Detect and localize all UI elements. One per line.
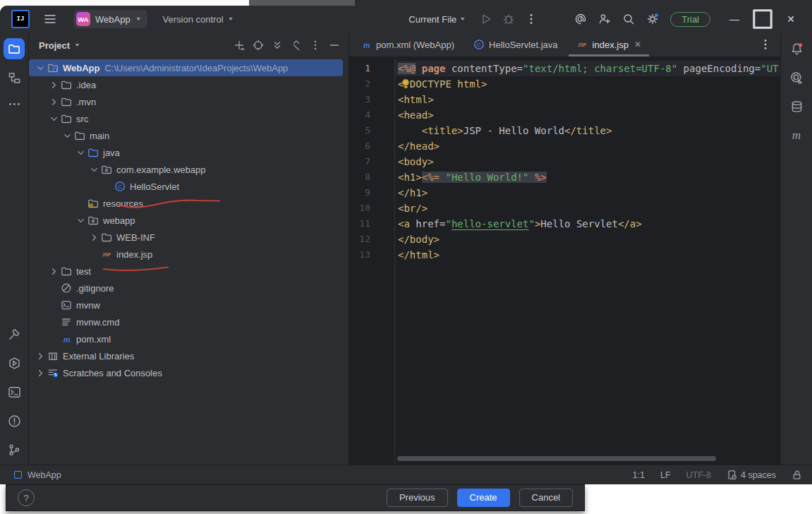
main-menu-icon[interactable] <box>42 11 58 27</box>
code-line-11[interactable]: <a href="hello-servlet">Hello Servlet</a… <box>395 216 780 232</box>
tree-item-src[interactable]: src <box>29 110 349 127</box>
code-line-9[interactable]: </h1> <box>395 185 780 201</box>
services-tool-icon[interactable] <box>6 355 22 371</box>
hide-panel-icon[interactable] <box>327 38 341 52</box>
chevron-down-icon[interactable] <box>48 113 60 124</box>
horizontal-scrollbar[interactable] <box>397 456 716 461</box>
settings-icon[interactable] <box>645 11 660 27</box>
terminal-tool-icon[interactable] <box>6 384 22 400</box>
chevron-right-icon[interactable] <box>35 350 47 361</box>
project-widget[interactable]: WA WebApp ▼ <box>73 10 147 28</box>
run-icon[interactable] <box>478 11 494 27</box>
run-configuration-widget[interactable]: Current File ▼ <box>408 14 466 25</box>
tree-item-web-inf[interactable]: WEB-INF <box>29 229 349 246</box>
code-line-10[interactable]: <br/> <box>395 201 780 216</box>
tree-item-external-libraries[interactable]: External Libraries <box>29 347 349 364</box>
previous-button[interactable]: Previous <box>387 489 448 507</box>
tree-item-webapp[interactable]: WebAppC:\Users\Administrator\IdeaProject… <box>29 59 349 76</box>
tree-item-main[interactable]: main <box>29 127 349 144</box>
expand-all-icon[interactable] <box>270 38 284 52</box>
build-tool-icon[interactable] <box>6 326 22 342</box>
git-tool-icon[interactable] <box>6 442 22 458</box>
tree-item-java[interactable]: java <box>29 144 349 161</box>
code-editor[interactable]: 12345678910111213 <%@ page contentType="… <box>349 57 780 465</box>
status-project-name[interactable]: WebApp <box>28 470 61 480</box>
tab-pom-xml-webapp-[interactable]: mpom.xml (WebApp) <box>351 32 463 56</box>
code-with-me-icon[interactable] <box>597 11 612 27</box>
code-line-7[interactable]: <body> <box>395 154 780 169</box>
folder-icon <box>73 130 85 141</box>
code-line-13[interactable]: </html> <box>395 247 780 263</box>
chevron-down-icon[interactable] <box>88 164 100 175</box>
tree-item--gitignore[interactable]: .gitignore <box>29 280 349 297</box>
tree-item--idea[interactable]: .idea <box>29 76 349 93</box>
code-line-3[interactable]: <html> <box>395 92 780 107</box>
chevron-down-icon[interactable] <box>35 62 47 73</box>
tree-item-pom-xml[interactable]: mpom.xml <box>29 330 349 347</box>
trial-badge[interactable]: Trial <box>670 12 710 27</box>
tab-index-jsp[interactable]: JSPindex.jsp✕ <box>567 32 650 56</box>
new-item-icon[interactable] <box>232 38 246 52</box>
create-button[interactable]: Create <box>457 489 510 507</box>
ai-assistant-icon[interactable] <box>573 11 588 27</box>
intellij-logo-icon[interactable]: IJ <box>11 10 30 28</box>
tab-options-icon[interactable] <box>758 37 773 52</box>
tree-item-test[interactable]: test <box>29 263 349 280</box>
chevron-right-icon[interactable] <box>88 232 100 243</box>
help-icon[interactable]: ? <box>18 489 35 506</box>
code-line-2[interactable]: <!DOCTYPE html> <box>395 76 780 92</box>
tree-item-webapp[interactable]: webapp <box>29 212 349 229</box>
tree-item-helloservlet[interactable]: CHelloServlet <box>29 178 349 195</box>
tree-item-resources[interactable]: resources <box>29 195 349 212</box>
tree-item-com-example-webapp[interactable]: com.example.webapp <box>29 161 349 178</box>
more-tool-windows-icon[interactable] <box>6 96 22 112</box>
code-line-4[interactable]: <head> <box>395 107 780 123</box>
line-separator[interactable]: LF <box>660 470 671 480</box>
cancel-button[interactable]: Cancel <box>519 489 573 507</box>
collapse-all-icon[interactable] <box>289 38 303 52</box>
maven-tool-icon[interactable]: m <box>789 128 804 143</box>
indent-setting[interactable]: 4 spaces <box>727 470 776 480</box>
code-line-5[interactable]: <title>JSP - Hello World</title> <box>395 123 780 138</box>
code-line-12[interactable]: </body> <box>395 232 780 247</box>
caret-position[interactable]: 1:1 <box>633 470 645 480</box>
tab-helloservlet-java[interactable]: CHelloServlet.java <box>463 32 567 56</box>
code-line-8[interactable]: <h1><%= "Hello World!" %> <box>395 169 780 185</box>
unlock-icon[interactable] <box>792 470 802 480</box>
minimize-button[interactable]: — <box>720 10 749 28</box>
more-actions-icon[interactable] <box>523 11 539 27</box>
project-panel-header: Project ▼ <box>29 32 349 58</box>
panel-options-icon[interactable] <box>308 38 322 52</box>
code-line-6[interactable]: </head> <box>395 138 780 154</box>
chevron-right-icon[interactable] <box>35 367 47 378</box>
ai-chat-icon[interactable] <box>789 70 804 85</box>
intention-bulb-icon[interactable] <box>400 78 411 90</box>
chevron-down-icon[interactable] <box>75 215 87 226</box>
tree-item-index-jsp[interactable]: JSPindex.jsp <box>29 246 349 263</box>
file-encoding[interactable]: UTF-8 <box>686 470 711 480</box>
select-opened-file-icon[interactable] <box>251 38 265 52</box>
database-tool-icon[interactable] <box>789 99 804 114</box>
vcs-widget[interactable]: Version control ▼ <box>163 14 234 25</box>
chevron-right-icon[interactable] <box>48 79 60 90</box>
chevron-down-icon[interactable] <box>75 147 87 158</box>
tab-close-icon[interactable]: ✕ <box>634 40 641 49</box>
structure-tool-icon[interactable] <box>6 70 22 85</box>
chevron-down-icon[interactable] <box>61 130 73 141</box>
chevron-right-icon[interactable] <box>48 96 60 107</box>
search-everywhere-icon[interactable] <box>621 11 636 27</box>
close-button[interactable]: ✕ <box>777 10 805 28</box>
tree-item--mvn[interactable]: .mvn <box>29 93 349 110</box>
notifications-bell-icon[interactable] <box>789 41 804 56</box>
tree-item-scratches-and-consoles[interactable]: Scratches and Consoles <box>29 364 349 381</box>
project-panel-title[interactable]: Project <box>39 40 70 51</box>
chevron-right-icon[interactable] <box>48 265 60 277</box>
debug-icon[interactable] <box>501 11 516 27</box>
problems-tool-icon[interactable] <box>6 413 22 429</box>
code-content[interactable]: <%@ page contentType="text/html; charset… <box>395 57 780 465</box>
maximize-button[interactable] <box>749 10 777 28</box>
project-tool-icon[interactable] <box>4 38 25 59</box>
code-line-1[interactable]: <%@ page contentType="text/html; charset… <box>395 61 780 76</box>
tree-item-mvnw[interactable]: mvnw <box>29 297 349 313</box>
tree-item-mvnw-cmd[interactable]: mvnw.cmd <box>29 313 349 330</box>
